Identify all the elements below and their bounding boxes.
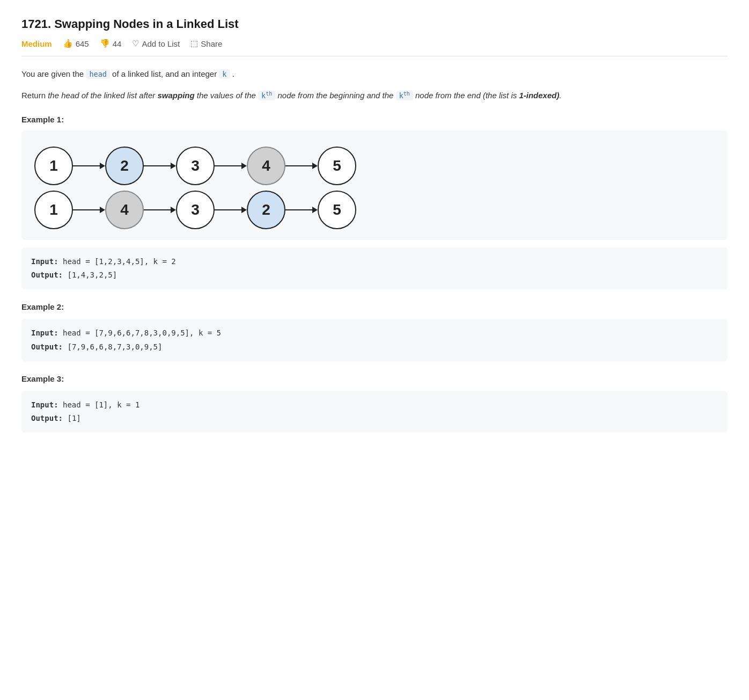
share-button[interactable]: ⬚ Share	[190, 39, 222, 48]
thumbs-down-icon: 👎	[100, 39, 110, 48]
heart-icon: ♡	[132, 39, 139, 48]
node-2-row2: 2	[247, 191, 285, 229]
example1-row1: 1 2 3 4 5	[34, 147, 715, 185]
upvote-button[interactable]: 👍 645	[63, 39, 89, 48]
example2-output-label: Output:	[31, 342, 63, 351]
problem-title: 1721. Swapping Nodes in a Linked List	[21, 17, 728, 31]
example1-io: Input: head = [1,2,3,4,5], k = 2 Output:…	[21, 247, 728, 289]
node-1-row2: 1	[34, 191, 73, 229]
example3-output-value: [1]	[67, 414, 80, 422]
node-2-row1: 2	[105, 147, 144, 185]
node-4-row1: 4	[247, 147, 285, 185]
example3-input-label: Input:	[31, 400, 58, 409]
arrow-1	[73, 163, 105, 169]
problem-description: You are given the head of a linked list,…	[21, 67, 728, 102]
example3-title: Example 3:	[21, 374, 728, 383]
arrow-4	[285, 163, 318, 169]
add-to-list-button[interactable]: ♡ Add to List	[132, 39, 180, 48]
example3-input-value: head = [1], k = 1	[63, 400, 139, 409]
example2-title: Example 2:	[21, 302, 728, 311]
node-5-row2: 5	[318, 191, 356, 229]
thumbs-up-icon: 👍	[63, 39, 73, 48]
inline-code-kth1: kth	[258, 91, 275, 100]
example1-row2: 1 4 3 2 5	[34, 191, 715, 229]
arrow-8	[285, 207, 318, 213]
arrow-6	[144, 207, 176, 213]
node-5-row1: 5	[318, 147, 356, 185]
example1-title: Example 1:	[21, 115, 728, 124]
arrow-3	[215, 163, 247, 169]
example1-diagram: 1 2 3 4 5 1 4 3 2	[21, 130, 728, 240]
node-3-row1: 3	[176, 147, 215, 185]
share-icon: ⬚	[190, 39, 198, 48]
example2-output-value: [7,9,6,6,8,7,3,0,9,5]	[67, 342, 162, 351]
meta-row: Medium 👍 645 👎 44 ♡ Add to List ⬚ Share	[21, 39, 728, 56]
node-4-row2: 4	[105, 191, 144, 229]
arrow-7	[215, 207, 247, 213]
example2-io: Input: head = [7,9,6,6,7,8,3,0,9,5], k =…	[21, 319, 728, 361]
example1-input-label: Input:	[31, 257, 58, 266]
inline-code-head: head	[86, 69, 110, 79]
arrow-5	[73, 207, 105, 213]
example3-io: Input: head = [1], k = 1 Output: [1]	[21, 391, 728, 433]
inline-code-k: k	[219, 69, 230, 79]
example1-input-value: head = [1,2,3,4,5], k = 2	[63, 257, 176, 266]
example2-input-label: Input:	[31, 329, 58, 337]
difficulty-badge[interactable]: Medium	[21, 39, 52, 48]
inline-code-kth2: kth	[396, 91, 413, 100]
example2-input-value: head = [7,9,6,6,7,8,3,0,9,5], k = 5	[63, 329, 221, 337]
example1-output-value: [1,4,3,2,5]	[67, 271, 117, 279]
node-3-row2: 3	[176, 191, 215, 229]
arrow-2	[144, 163, 176, 169]
example3-output-label: Output:	[31, 414, 63, 422]
example1-output-label: Output:	[31, 271, 63, 279]
downvote-button[interactable]: 👎 44	[100, 39, 122, 48]
node-1-row1: 1	[34, 147, 73, 185]
